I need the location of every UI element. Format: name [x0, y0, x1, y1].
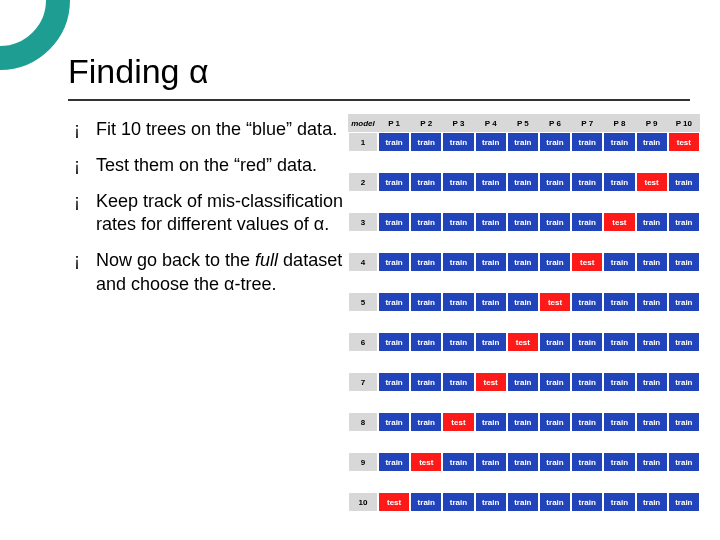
cv-cell-train: train [507, 252, 539, 272]
cv-table-head: model P 1P 2P 3P 4P 5P 6P 7P 8P 9P 10 [348, 114, 700, 132]
cv-cell-train: train [539, 332, 571, 352]
cv-spacer-row [348, 312, 700, 332]
cv-col-header: P 5 [507, 114, 539, 132]
cv-cell-train: train [410, 292, 442, 312]
cv-cell-train: train [410, 212, 442, 232]
cv-cell-train: train [668, 452, 700, 472]
cv-cell-train: train [410, 132, 442, 152]
cv-cell-train: train [475, 492, 507, 512]
bullet-item: Fit 10 trees on the “blue” data. [74, 118, 344, 142]
cv-cell-train: train [442, 212, 474, 232]
cv-cell-train: train [636, 132, 668, 152]
cv-cell-test: test [442, 412, 474, 432]
bullet-text-pre: Now go back to the [96, 250, 255, 270]
cv-cell-train: train [571, 412, 603, 432]
cv-row-header: 8 [348, 412, 378, 432]
cv-col-header: P 6 [539, 114, 571, 132]
cv-cell-train: train [378, 412, 410, 432]
bullet-item: Test them on the “red” data. [74, 154, 344, 178]
cv-cell-train: train [378, 212, 410, 232]
cv-cell-train: train [378, 132, 410, 152]
cv-spacer-row [348, 352, 700, 372]
title-area: Finding α [68, 52, 690, 101]
cv-cell-train: train [539, 412, 571, 432]
cv-cell-train: train [475, 252, 507, 272]
slide: Finding α Fit 10 trees on the “blue” dat… [0, 0, 720, 540]
cv-cell-train: train [571, 332, 603, 352]
cv-spacer-row [348, 392, 700, 412]
cv-cell-train: train [410, 412, 442, 432]
cv-cell-train: train [603, 252, 635, 272]
cv-row-header: 5 [348, 292, 378, 312]
cv-row-header: 10 [348, 492, 378, 512]
bullet-item: Keep track of mis-classification rates f… [74, 190, 344, 238]
cv-cell-train: train [603, 452, 635, 472]
bullet-text: Keep track of mis-classification rates f… [96, 191, 343, 235]
cv-col-header: P 4 [475, 114, 507, 132]
slide-title: Finding α [68, 52, 690, 97]
cv-cell-train: train [378, 332, 410, 352]
cv-cell-train: train [636, 332, 668, 352]
cv-cell-train: train [668, 172, 700, 192]
table-row: 9traintesttraintraintraintraintraintrain… [348, 452, 700, 472]
cv-col-header: P 8 [603, 114, 635, 132]
table-row: 4traintraintraintraintraintraintesttrain… [348, 252, 700, 272]
cv-cell-train: train [603, 332, 635, 352]
cv-row-header: 4 [348, 252, 378, 272]
cv-col-header: P 1 [378, 114, 410, 132]
cv-cell-test: test [475, 372, 507, 392]
cv-cell-train: train [668, 412, 700, 432]
cv-cell-test: test [539, 292, 571, 312]
cv-cell-train: train [571, 132, 603, 152]
cv-table-body: 1traintraintraintraintraintraintraintrai… [348, 132, 700, 512]
cv-row-header: 9 [348, 452, 378, 472]
cv-cell-train: train [571, 492, 603, 512]
cv-cell-train: train [636, 252, 668, 272]
table-row: 10testtraintraintraintraintraintraintrai… [348, 492, 700, 512]
cv-cell-train: train [571, 372, 603, 392]
cv-cell-train: train [378, 172, 410, 192]
cv-col-header: P 7 [571, 114, 603, 132]
cv-cell-train: train [507, 412, 539, 432]
cv-spacer-row [348, 272, 700, 292]
table-row: 1traintraintraintraintraintraintraintrai… [348, 132, 700, 152]
cv-cell-train: train [571, 452, 603, 472]
cv-cell-train: train [668, 372, 700, 392]
cv-cell-train: train [378, 372, 410, 392]
bullet-text-italic: full [255, 250, 278, 270]
cv-cell-train: train [603, 492, 635, 512]
cv-cell-train: train [571, 172, 603, 192]
cv-cell-test: test [410, 452, 442, 472]
cv-header-row: model P 1P 2P 3P 4P 5P 6P 7P 8P 9P 10 [348, 114, 700, 132]
cv-corner-header: model [348, 114, 378, 132]
cv-cell-train: train [442, 252, 474, 272]
cv-cell-train: train [603, 172, 635, 192]
table-row: 6traintraintraintraintesttraintraintrain… [348, 332, 700, 352]
title-underline [68, 99, 690, 101]
cv-cell-train: train [442, 492, 474, 512]
cv-row-header: 2 [348, 172, 378, 192]
cv-spacer-row [348, 232, 700, 252]
cv-cell-train: train [442, 372, 474, 392]
cv-cell-train: train [475, 332, 507, 352]
cv-cell-train: train [378, 452, 410, 472]
cv-cell-train: train [378, 252, 410, 272]
cv-cell-train: train [475, 132, 507, 152]
cv-cell-test: test [603, 212, 635, 232]
cv-cell-train: train [507, 172, 539, 192]
cv-cell-train: train [636, 492, 668, 512]
cv-cell-test: test [378, 492, 410, 512]
cv-cell-train: train [507, 452, 539, 472]
cv-cell-train: train [507, 492, 539, 512]
cv-col-header: P 2 [410, 114, 442, 132]
cv-col-header: P 9 [636, 114, 668, 132]
cv-cell-train: train [378, 292, 410, 312]
table-row: 7traintraintraintesttraintraintraintrain… [348, 372, 700, 392]
table-row: 3traintraintraintraintraintraintraintest… [348, 212, 700, 232]
cv-cell-test: test [571, 252, 603, 272]
cv-row-header: 7 [348, 372, 378, 392]
cv-cell-train: train [636, 292, 668, 312]
cv-cell-train: train [410, 372, 442, 392]
cv-cell-train: train [636, 412, 668, 432]
cv-cell-test: test [507, 332, 539, 352]
